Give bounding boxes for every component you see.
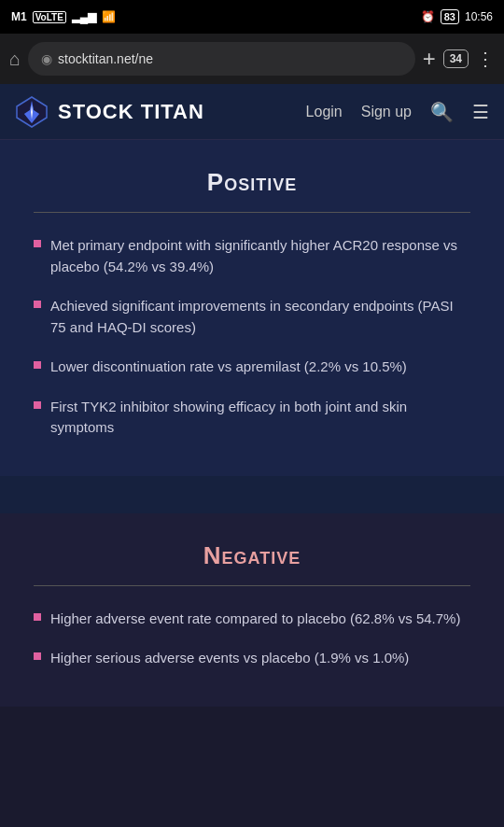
section-gap <box>0 476 504 495</box>
tab-count-badge[interactable]: 34 <box>443 49 469 68</box>
add-tab-button[interactable]: + <box>423 46 436 72</box>
bullet-text: First TYK2 inhibitor showing efficacy in… <box>50 397 470 439</box>
status-right: ⏰ 83 10:56 <box>421 9 493 24</box>
list-item: Higher serious adverse events vs placebo… <box>34 648 470 669</box>
bullet-icon <box>34 652 41 660</box>
nav-links: Login Sign up 🔍 ☰ <box>306 101 489 123</box>
list-item: Met primary endpoint with significantly … <box>34 235 470 277</box>
nav-logo: STOCK TITAN <box>15 95 306 129</box>
url-text: stocktitan.net/ne <box>58 51 402 66</box>
carrier-label: M1 <box>11 10 27 23</box>
bullet-text: Higher adverse event rate compared to pl… <box>50 609 460 630</box>
bullet-icon <box>34 361 41 369</box>
url-bar[interactable]: ◉ stocktitan.net/ne <box>28 42 415 76</box>
list-item: Higher adverse event rate compared to pl… <box>34 609 470 630</box>
browser-bar: ⌂ ◉ stocktitan.net/ne + 34 ⋮ <box>0 34 504 84</box>
logo-text: STOCK TITAN <box>58 100 204 124</box>
battery-level: 83 <box>441 9 459 24</box>
more-options-button[interactable]: ⋮ <box>476 48 495 70</box>
positive-section: Positive Met primary endpoint with signi… <box>0 140 504 476</box>
bullet-text: Lower discontinuation rate vs apremilast… <box>50 357 407 378</box>
signal-icon: ▂▄▆ <box>72 10 97 23</box>
login-link[interactable]: Login <box>306 104 343 120</box>
nav-bar: STOCK TITAN Login Sign up 🔍 ☰ <box>0 84 504 140</box>
bullet-icon <box>34 240 41 247</box>
time-display: 10:56 <box>465 10 493 23</box>
signup-link[interactable]: Sign up <box>361 104 412 120</box>
home-button[interactable]: ⌂ <box>9 49 21 70</box>
negative-title: Negative <box>34 541 470 570</box>
list-item: Lower discontinuation rate vs apremilast… <box>34 357 470 378</box>
volte-badge: VoLTE <box>33 11 66 23</box>
wifi-icon: 📶 <box>102 10 116 23</box>
status-bar: M1 VoLTE ▂▄▆ 📶 ⏰ 83 10:56 <box>0 0 504 34</box>
positive-bullet-list: Met primary endpoint with significantly … <box>34 235 470 439</box>
main-content: Positive Met primary endpoint with signi… <box>0 140 504 707</box>
bullet-icon <box>34 301 41 308</box>
bullet-icon <box>34 613 41 621</box>
url-security-icon: ◉ <box>41 51 52 66</box>
alarm-icon: ⏰ <box>421 10 435 23</box>
menu-icon[interactable]: ☰ <box>472 101 489 123</box>
list-item: First TYK2 inhibitor showing efficacy in… <box>34 397 470 439</box>
bullet-text: Higher serious adverse events vs placebo… <box>50 648 409 669</box>
positive-divider <box>34 212 470 213</box>
bullet-icon <box>34 401 41 409</box>
list-item: Achieved significant improvements in sec… <box>34 296 470 338</box>
search-icon[interactable]: 🔍 <box>430 101 454 123</box>
negative-bullet-list: Higher adverse event rate compared to pl… <box>34 609 470 669</box>
positive-title: Positive <box>34 168 470 197</box>
negative-divider <box>34 585 470 586</box>
bullet-text: Met primary endpoint with significantly … <box>50 235 470 277</box>
negative-section: Negative Higher adverse event rate compa… <box>0 513 504 707</box>
status-left: M1 VoLTE ▂▄▆ 📶 <box>11 10 116 23</box>
bullet-text: Achieved significant improvements in sec… <box>50 296 470 338</box>
stock-titan-logo-icon <box>15 95 49 129</box>
